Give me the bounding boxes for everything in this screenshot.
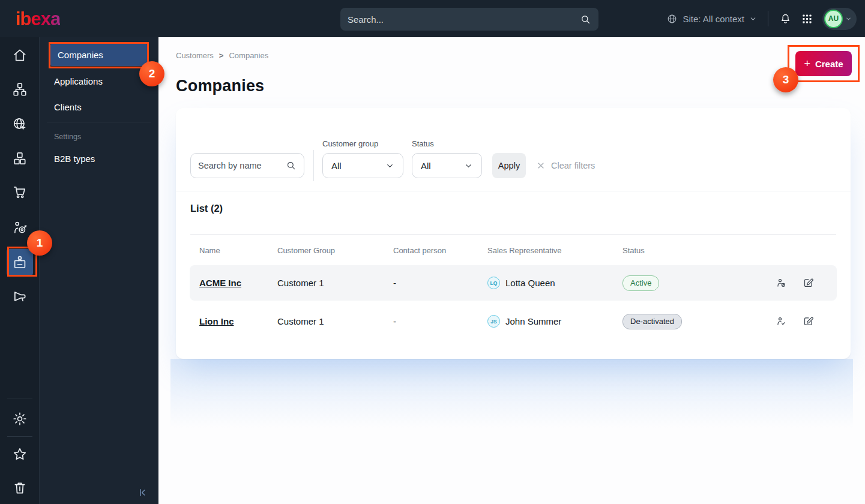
search-icon — [580, 14, 591, 25]
chevron-down-icon — [749, 15, 757, 23]
product-catalog-icon[interactable] — [8, 146, 32, 170]
sidebar-section-label: Settings — [54, 133, 81, 141]
notifications-bell-icon[interactable] — [779, 13, 792, 25]
column-header-status: Status — [622, 246, 768, 255]
sales-rep-avatar: LQ — [487, 277, 500, 289]
contact-person-cell: - — [393, 316, 487, 326]
customer-group-cell: Customer 1 — [277, 316, 393, 326]
chevron-down-icon — [845, 16, 852, 22]
promotions-megaphone-icon[interactable] — [8, 284, 32, 308]
rail-divider — [7, 398, 32, 398]
sales-rep-cell: JS John Summer — [487, 315, 622, 328]
row-actions — [768, 316, 837, 327]
sidebar-item-companies[interactable]: Companies — [50, 44, 148, 66]
breadcrumb-companies[interactable]: Companies — [229, 51, 268, 60]
page-title: Companies — [176, 77, 264, 95]
app-grid-icon[interactable] — [801, 13, 813, 25]
company-name-cell: ACME Inc — [190, 278, 277, 288]
edit-icon[interactable] — [803, 316, 814, 327]
chevron-down-icon — [464, 161, 473, 170]
list-heading: List (2) — [190, 203, 223, 214]
breadcrumb: Customers > Companies — [176, 51, 268, 60]
customer-group-cell: Customer 1 — [277, 278, 393, 288]
breadcrumb-customers[interactable]: Customers — [176, 51, 214, 60]
site-context-selector[interactable]: Site: All context — [666, 13, 757, 25]
content-tree-icon[interactable] — [8, 77, 32, 101]
commerce-cart-icon[interactable] — [8, 180, 32, 204]
main-content: Customers > Companies Companies + Create… — [158, 37, 865, 504]
row-actions — [768, 277, 837, 289]
avatar: AU — [824, 10, 843, 28]
collapse-sidebar-icon[interactable] — [137, 487, 148, 498]
annotation-step-2: 2 — [139, 61, 164, 86]
table-top-border — [190, 234, 836, 235]
status-cell: Active — [622, 275, 768, 291]
plus-icon: + — [804, 58, 810, 69]
icon-rail — [0, 37, 40, 504]
status-badge: De-activated — [622, 314, 682, 329]
secondary-sidebar: Companies Applications Clients Settings … — [40, 37, 158, 504]
status-cell: De-activated — [622, 314, 768, 329]
status-dropdown[interactable]: All — [412, 153, 482, 178]
top-bar-right: Site: All context AU — [666, 0, 857, 37]
sales-rep-name: John Summer — [505, 316, 561, 326]
customers-icon[interactable] — [7, 249, 33, 275]
filter-search-input[interactable] — [198, 161, 286, 170]
filter-search[interactable] — [190, 153, 304, 178]
sidebar-item-applications[interactable]: Applications — [47, 69, 151, 93]
sidebar-item-label: Companies — [58, 50, 103, 60]
table-row: Lion Inc Customer 1 - JS John Summer De-… — [190, 304, 837, 339]
rail-divider — [7, 436, 32, 437]
segments-target-icon[interactable] — [8, 215, 32, 239]
customer-group-label: Customer group — [322, 139, 378, 148]
site-icon[interactable] — [8, 112, 32, 136]
topbar-divider — [768, 11, 768, 26]
create-button[interactable]: + Create — [795, 51, 852, 76]
card-divider — [176, 191, 851, 191]
clear-filters-label: Clear filters — [551, 161, 595, 170]
sales-rep-name: Lotta Queen — [505, 278, 555, 288]
clear-filters-button[interactable]: Clear filters — [536, 153, 595, 178]
company-link[interactable]: ACME Inc — [199, 278, 241, 288]
deactivate-user-icon[interactable] — [776, 277, 787, 289]
global-search-input[interactable] — [348, 14, 580, 25]
sidebar-item-label: Clients — [54, 102, 82, 112]
table-header: Name Customer Group Contact person Sales… — [190, 241, 837, 259]
home-icon[interactable] — [8, 43, 32, 67]
user-menu[interactable]: AU — [822, 8, 857, 30]
company-link[interactable]: Lion Inc — [199, 316, 234, 326]
status-value: All — [421, 161, 431, 171]
global-search[interactable] — [340, 8, 598, 31]
edit-icon[interactable] — [803, 277, 814, 289]
customer-group-dropdown[interactable]: All — [322, 153, 403, 178]
sidebar-divider — [47, 122, 151, 122]
sales-rep-avatar: JS — [487, 315, 500, 328]
top-bar: ibexa Site: All context — [0, 0, 865, 37]
status-filter-label: Status — [412, 139, 434, 148]
close-icon — [536, 161, 546, 170]
column-header-contact-person: Contact person — [393, 246, 487, 255]
sales-rep-cell: LQ Lotta Queen — [487, 277, 622, 289]
activate-user-icon[interactable] — [776, 316, 787, 327]
sidebar-item-clients[interactable]: Clients — [47, 95, 151, 119]
site-context-label: Site: All context — [683, 14, 744, 24]
filter-divider — [313, 150, 314, 181]
status-badge: Active — [622, 275, 659, 291]
globe-icon — [666, 13, 678, 25]
trash-icon[interactable] — [8, 476, 32, 500]
background-glow — [170, 359, 853, 428]
sidebar-item-b2b-types[interactable]: B2B types — [47, 146, 151, 170]
application-window: ibexa Site: All context — [0, 0, 865, 504]
table-row: ACME Inc Customer 1 - LQ Lotta Queen Act… — [190, 265, 837, 301]
column-header-sales-representative: Sales Representative — [487, 246, 622, 255]
apply-button[interactable]: Apply — [492, 153, 526, 178]
company-name-cell: Lion Inc — [190, 316, 277, 326]
settings-gear-icon[interactable] — [8, 407, 32, 431]
annotation-step-3: 3 — [773, 67, 798, 92]
column-header-customer-group: Customer Group — [277, 246, 393, 255]
ibexa-logo: ibexa — [16, 8, 60, 30]
sidebar-item-label: B2B types — [54, 154, 95, 164]
create-button-label: Create — [815, 59, 843, 69]
breadcrumb-separator: > — [219, 51, 224, 60]
bookmarks-star-icon[interactable] — [8, 442, 32, 466]
